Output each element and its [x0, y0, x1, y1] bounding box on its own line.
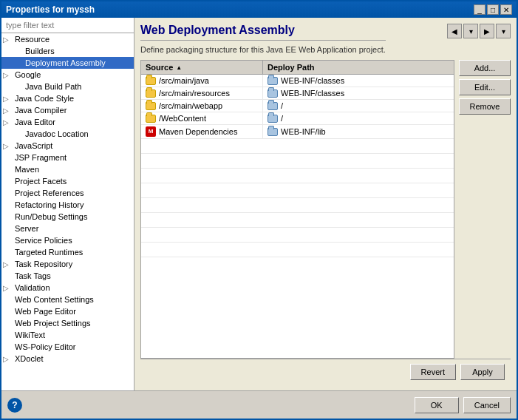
revert-button[interactable]: Revert	[410, 364, 456, 380]
cancel-button[interactable]: Cancel	[463, 397, 511, 413]
window-title: Properties for myssh	[6, 4, 95, 15]
remove-button[interactable]: Remove	[459, 98, 511, 115]
sidebar-item-server[interactable]: Server	[1, 223, 134, 234]
table-row-empty	[141, 198, 454, 213]
folder-icon	[146, 77, 156, 85]
sidebar-item-ws-policy-editor[interactable]: WS-Policy Editor	[1, 341, 134, 353]
sidebar-item-builders[interactable]: Builders	[1, 45, 134, 57]
expand-icon: ▷	[3, 284, 13, 292]
table-row[interactable]: /src/main/java WEB-INF/classes	[141, 75, 454, 87]
folder-icon	[146, 89, 156, 98]
apply-button[interactable]: Apply	[460, 364, 505, 380]
tree-container: ▷ Resource Builders Deployment Assembly	[1, 33, 134, 390]
table-header: Source ▲ Deploy Path	[141, 61, 454, 75]
source-cell: /WebContent	[141, 112, 263, 124]
table-row[interactable]: /WebContent /	[141, 112, 454, 125]
expand-icon: ▷	[3, 260, 13, 268]
close-button[interactable]: ✕	[500, 4, 512, 15]
sidebar-item-task-tags[interactable]: Task Tags	[1, 270, 134, 282]
sidebar-item-web-page-editor[interactable]: Web Page Editor	[1, 305, 134, 317]
folder-blue-icon	[267, 102, 278, 110]
sidebar-item-javascript[interactable]: ▷ JavaScript	[1, 140, 134, 152]
folder-blue-icon	[267, 89, 278, 98]
window-controls: _ □ ✕	[474, 4, 512, 15]
forward2-button[interactable]: ▾	[496, 24, 511, 38]
sidebar-item-maven[interactable]: Maven	[1, 163, 134, 175]
sidebar-item-validation[interactable]: ▷ Validation	[1, 282, 134, 294]
forward-button[interactable]: ▶	[480, 24, 494, 38]
sort-icon: ▲	[176, 64, 182, 71]
sidebar-item-web-content-settings[interactable]: Web Content Settings	[1, 294, 134, 305]
title-bar: Properties for myssh _ □ ✕	[1, 1, 517, 18]
table-row-empty	[141, 228, 454, 243]
table-row-empty	[141, 169, 454, 183]
source-cell: /src/main/resources	[141, 87, 263, 99]
table-row-empty	[141, 243, 454, 257]
sidebar-item-targeted-runtimes[interactable]: Targeted Runtimes	[1, 246, 134, 258]
table-row-empty	[141, 183, 454, 198]
panel-title: Web Deployment Assembly	[140, 24, 386, 41]
dropdown-button[interactable]: ▾	[463, 24, 478, 38]
edit-button[interactable]: Edit...	[459, 79, 511, 95]
source-cell: /src/main/webapp	[141, 100, 263, 112]
minimize-button[interactable]: _	[474, 4, 485, 15]
expand-icon: ▷	[3, 118, 13, 126]
sidebar-item-web-project-settings[interactable]: Web Project Settings	[1, 317, 134, 329]
expand-icon: ▷	[3, 71, 13, 79]
sidebar-item-java-compiler[interactable]: ▷ Java Compiler	[1, 104, 134, 116]
deployment-table: Source ▲ Deploy Path /src/main/java	[140, 60, 454, 359]
table-row[interactable]: M Maven Dependencies WEB-INF/lib	[141, 125, 454, 139]
add-button[interactable]: Add...	[459, 60, 511, 76]
sidebar-item-task-repository[interactable]: ▷ Task Repository	[1, 258, 134, 270]
sidebar-item-service-policies[interactable]: Service Policies	[1, 234, 134, 246]
table-row-empty	[141, 213, 454, 228]
source-cell: /src/main/java	[141, 75, 263, 87]
sidebar-item-deployment-assembly[interactable]: Deployment Assembly	[1, 57, 134, 69]
table-row[interactable]: /src/main/resources WEB-INF/classes	[141, 87, 454, 100]
folder-blue-icon	[267, 77, 278, 85]
sidebar-item-wikitext[interactable]: WikiText	[1, 329, 134, 341]
sidebar-item-xdoclet[interactable]: ▷ XDoclet	[1, 353, 134, 365]
sidebar-item-run-debug[interactable]: Run/Debug Settings	[1, 211, 134, 223]
dialog-bottom-buttons: OK Cancel	[415, 397, 511, 413]
sidebar-item-refactoring[interactable]: Refactoring History	[1, 199, 134, 211]
panel-description: Define packaging structure for this Java…	[140, 45, 386, 54]
maximize-button[interactable]: □	[487, 4, 499, 15]
properties-dialog: Properties for myssh _ □ ✕ ▷ Resource	[0, 0, 518, 420]
table-row-empty	[141, 154, 454, 169]
bottom-bar: Revert Apply	[140, 359, 511, 385]
sidebar-item-google[interactable]: ▷ Google	[1, 69, 134, 81]
sidebar-item-java-build-path[interactable]: Java Build Path	[1, 81, 134, 92]
help-button[interactable]: ?	[7, 398, 22, 413]
folder-blue-icon	[267, 115, 278, 123]
deploy-cell: WEB-INF/lib	[263, 125, 454, 138]
folder-icon	[146, 102, 156, 110]
folder-blue-icon	[267, 128, 278, 136]
side-buttons: Add... Edit... Remove	[459, 60, 511, 359]
sidebar-item-project-references[interactable]: Project References	[1, 187, 134, 199]
deploy-cell: WEB-INF/classes	[263, 75, 454, 87]
deploy-cell: /	[263, 100, 454, 112]
left-panel: ▷ Resource Builders Deployment Assembly	[1, 18, 134, 390]
table-row-empty	[141, 139, 454, 154]
source-cell: M Maven Dependencies	[141, 125, 263, 138]
table-area: Source ▲ Deploy Path /src/main/java	[140, 60, 511, 359]
deploy-cell: /	[263, 112, 454, 124]
back-button[interactable]: ◀	[447, 24, 462, 38]
sidebar-item-java-code-style[interactable]: ▷ Java Code Style	[1, 92, 134, 104]
deploy-column-header: Deploy Path	[263, 61, 454, 74]
expand-icon: ▷	[3, 95, 13, 103]
sidebar-item-javadoc[interactable]: Javadoc Location	[1, 128, 134, 140]
sidebar-item-resource[interactable]: ▷ Resource	[1, 33, 134, 45]
expand-icon: ▷	[3, 106, 13, 115]
sidebar-item-project-facets[interactable]: Project Facets	[1, 175, 134, 187]
table-row[interactable]: /src/main/webapp /	[141, 100, 454, 112]
right-panel: Web Deployment Assembly Define packaging…	[134, 18, 517, 390]
sidebar-item-java-editor[interactable]: ▷ Java Editor	[1, 116, 134, 128]
ok-button[interactable]: OK	[415, 397, 459, 413]
source-column-header: Source ▲	[141, 61, 263, 74]
sidebar-item-jsp-fragment[interactable]: JSP Fragment	[1, 152, 134, 163]
filter-input[interactable]	[1, 18, 134, 33]
dialog-bottom-bar: ? OK Cancel	[1, 390, 517, 419]
deploy-cell: WEB-INF/classes	[263, 87, 454, 99]
